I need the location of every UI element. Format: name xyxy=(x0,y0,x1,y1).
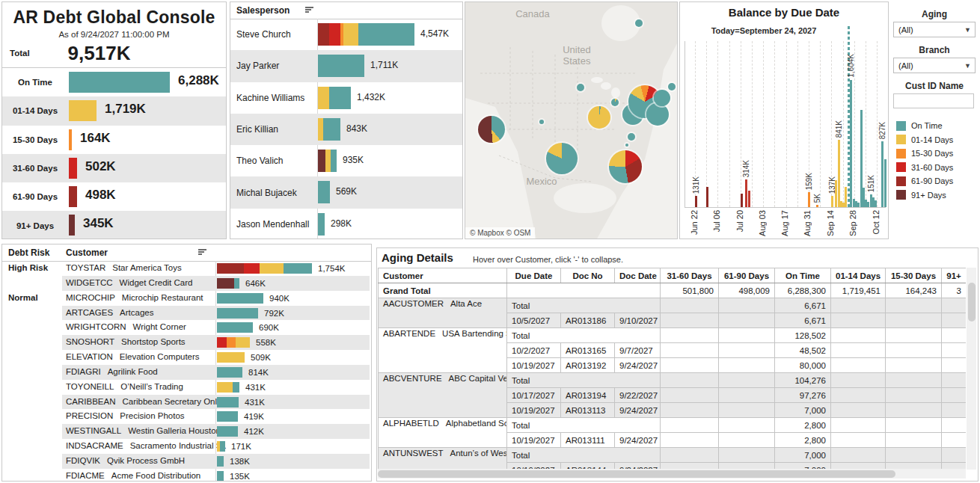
bar-segment[interactable] xyxy=(217,263,244,274)
due-date-bar[interactable] xyxy=(845,187,847,207)
map-pie-mark[interactable] xyxy=(654,90,670,106)
legend-item[interactable]: 01-14 Days xyxy=(896,133,979,147)
due-date-bar[interactable] xyxy=(875,200,877,207)
bar-segment[interactable] xyxy=(329,23,340,46)
due-date-bar[interactable] xyxy=(748,191,750,207)
salesperson-bar[interactable] xyxy=(318,213,325,236)
bar-segment[interactable] xyxy=(217,352,245,363)
table-row[interactable]: ALPHABETLDAlphabetland School CenterTota… xyxy=(379,418,967,433)
customer-bar[interactable] xyxy=(217,456,224,467)
salesperson-bar[interactable] xyxy=(318,181,330,203)
branch-filter-dropdown[interactable]: (All) ▼ xyxy=(893,58,976,73)
total-cell[interactable]: Total xyxy=(507,298,661,313)
customer-bar[interactable] xyxy=(217,471,224,481)
customer-row[interactable]: WIDGETCCWidget Credit Card646K xyxy=(2,276,371,291)
bar-segment[interactable] xyxy=(217,397,239,407)
bar-segment[interactable] xyxy=(236,337,250,348)
legend-item[interactable]: 15-30 Days xyxy=(896,147,979,161)
customer-bar[interactable] xyxy=(217,278,239,289)
column-header[interactable]: Customer xyxy=(379,268,507,283)
customer-bar[interactable] xyxy=(217,411,238,422)
map-pie-mark[interactable] xyxy=(478,116,505,143)
due-date-bar[interactable] xyxy=(831,196,833,207)
customer-row[interactable]: NormalMICROCHIPMicrochip Restaurant940K xyxy=(2,291,371,306)
bar-segment[interactable] xyxy=(318,55,364,77)
kpi-bucket-row[interactable]: 61-90 Days498K xyxy=(2,182,226,211)
kpi-bucket-row[interactable]: On Time6,288K xyxy=(2,68,226,96)
bar-segment[interactable] xyxy=(325,150,331,172)
bar-segment[interactable] xyxy=(318,23,329,46)
due-date-bar[interactable] xyxy=(857,203,860,207)
bar-segment[interactable] xyxy=(323,118,340,141)
bar-segment[interactable] xyxy=(284,263,312,274)
customer-bar[interactable] xyxy=(217,441,225,452)
due-date-bar[interactable] xyxy=(835,180,837,207)
map-pie-mark[interactable] xyxy=(611,99,619,106)
bucket-bar[interactable] xyxy=(69,72,170,93)
due-date-bar[interactable] xyxy=(884,159,886,207)
column-header[interactable]: 61-90 Days xyxy=(719,268,775,283)
customer-bar[interactable] xyxy=(217,322,253,333)
legend-item[interactable]: 31-60 Days xyxy=(896,161,979,175)
bar-segment[interactable] xyxy=(217,426,238,437)
due-date-bar[interactable] xyxy=(741,194,743,207)
bar-segment[interactable] xyxy=(217,293,263,304)
sort-icon[interactable] xyxy=(198,249,207,256)
salesperson-row[interactable]: Jason Mendenhall298K xyxy=(230,209,462,239)
due-date-bar[interactable] xyxy=(808,192,810,207)
legend-item[interactable]: On Time xyxy=(896,119,979,133)
salesperson-row[interactable]: Jay Parker1,711K xyxy=(230,50,462,81)
legend-item[interactable]: 61-90 Days xyxy=(896,174,979,188)
customer-row[interactable]: WRIGHTCORNWright Corner690K xyxy=(2,320,371,335)
bar-segment[interactable] xyxy=(318,150,325,172)
customer-bar[interactable] xyxy=(217,352,245,363)
customer-row[interactable]: ARTCAGESArtcages792K xyxy=(2,306,371,321)
due-date-bar[interactable] xyxy=(816,205,818,207)
column-header[interactable]: 91+ xyxy=(942,268,967,283)
bar-segment[interactable] xyxy=(217,456,224,467)
map-pie-mark[interactable] xyxy=(546,143,578,174)
table-row[interactable]: ABCVENTUREABC Capital VenturesTotal104,2… xyxy=(379,373,967,388)
customer-bar[interactable] xyxy=(217,367,242,378)
scrollbar-thumb[interactable] xyxy=(968,283,976,322)
due-date-bar[interactable] xyxy=(850,80,852,207)
aging-filter-dropdown[interactable]: (All) ▼ xyxy=(893,22,976,37)
bar-segment[interactable] xyxy=(234,278,239,289)
salesperson-bar[interactable] xyxy=(318,23,414,46)
customer-row[interactable]: INDSACRAMESacramento Industrial S..171K xyxy=(2,439,371,454)
bar-segment[interactable] xyxy=(217,367,242,378)
bar-segment[interactable] xyxy=(318,213,325,236)
due-date-bar[interactable] xyxy=(695,196,697,207)
salesperson-row[interactable]: Theo Valich935K xyxy=(230,145,462,176)
customer-cell[interactable]: ABARTENDEUSA Bartending School xyxy=(379,328,507,373)
customer-cell[interactable]: ANTUNSWESTAntun’s of Westchester xyxy=(379,448,507,470)
bar-segment[interactable] xyxy=(260,263,284,274)
kpi-bucket-row[interactable]: 15-30 Days164K xyxy=(2,126,226,154)
due-date-bar[interactable] xyxy=(867,202,869,207)
bar-segment[interactable] xyxy=(227,337,236,348)
bucket-bar[interactable] xyxy=(69,129,72,150)
customer-cell[interactable]: ALPHABETLDAlphabetland School Center xyxy=(379,418,507,448)
total-cell[interactable]: Total xyxy=(507,373,661,388)
table-row[interactable]: AACUSTOMERAlta AceTotal6,671 xyxy=(379,298,967,313)
salesperson-bar[interactable] xyxy=(318,55,364,77)
map-pie-mark[interactable] xyxy=(635,19,643,27)
customer-row[interactable]: PRECISIONPrecision Photos419K xyxy=(2,409,371,424)
bar-segment[interactable] xyxy=(343,23,359,46)
customer-cell[interactable]: AACUSTOMERAlta Ace xyxy=(379,298,507,328)
bar-segment[interactable] xyxy=(244,263,260,274)
bar-segment[interactable] xyxy=(217,411,238,422)
salesperson-row[interactable]: Eric Killian843K xyxy=(230,114,462,145)
bar-segment[interactable] xyxy=(217,278,234,289)
kpi-bucket-row[interactable]: 91+ Days345K xyxy=(2,211,226,239)
total-cell[interactable]: Total xyxy=(507,328,661,343)
map-pie-mark[interactable] xyxy=(588,106,610,129)
map-pie-mark[interactable] xyxy=(609,150,642,183)
customer-row[interactable]: High RiskTOYSTARStar America Toys1,754K xyxy=(2,261,371,276)
grand-total-row[interactable]: Grand Total501,800498,0096,288,3001,719,… xyxy=(379,283,967,298)
customer-row[interactable]: TOYONEILLO’Neill’s Trading431K xyxy=(2,380,371,395)
salesperson-bar[interactable] xyxy=(318,150,337,172)
bar-segment[interactable] xyxy=(217,382,233,393)
customer-bar[interactable] xyxy=(217,382,239,393)
customer-row[interactable]: WESTINGALLWestin Galleria Houston412K xyxy=(2,424,371,439)
